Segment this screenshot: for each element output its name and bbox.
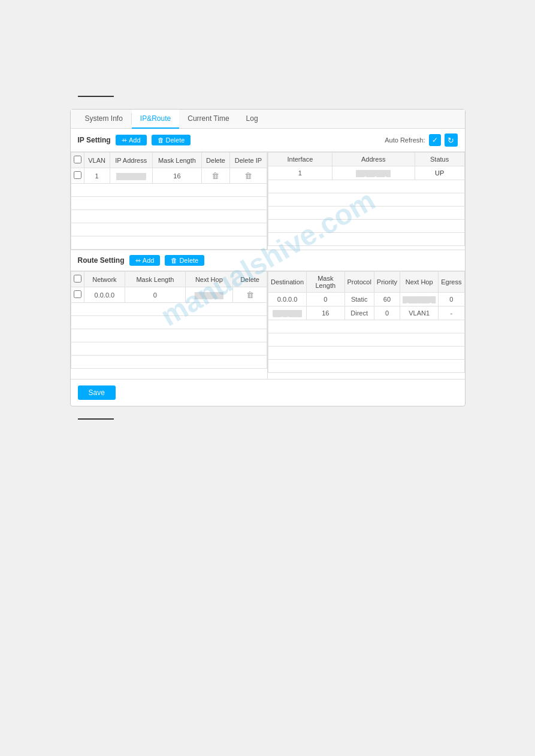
tab-ip-route[interactable]: IP&Route xyxy=(132,110,179,129)
ip-row1-checkbox[interactable] xyxy=(74,171,81,179)
auto-refresh-checkbox[interactable]: ✓ xyxy=(429,134,441,146)
route-right-empty-1 xyxy=(268,320,465,333)
ip-empty-row-4 xyxy=(71,223,267,236)
route-add-button[interactable]: + + Add xyxy=(129,255,161,266)
route-row1-network: 0.0.0.0 xyxy=(84,287,125,303)
ip-add-button[interactable]: + + Add xyxy=(116,135,147,145)
save-button[interactable]: Save xyxy=(78,385,116,400)
ip-empty-row-3 xyxy=(71,210,267,223)
tab-log[interactable]: Log xyxy=(238,110,267,129)
route-right-empty-3 xyxy=(268,347,465,360)
route-right-row2-priority: 0 xyxy=(374,306,400,320)
route-right-mask-header: Mask Length xyxy=(307,272,344,293)
ip-left-check-header xyxy=(71,153,84,168)
ip-empty-row-5 xyxy=(71,236,267,250)
auto-refresh-label: Auto Refresh: xyxy=(385,136,425,144)
delete-icon: 🗑 xyxy=(158,136,164,144)
route-right-row-1: 0.0.0.0 0 Static 60 █.█████.█ 0 xyxy=(268,293,465,306)
ip-row1-delete-ip[interactable]: 🗑 xyxy=(229,168,267,184)
ip-delete-ip-header: Delete IP xyxy=(229,153,267,168)
route-right-row1-dest: 0.0.0.0 xyxy=(268,293,307,306)
ip-right-empty-5 xyxy=(268,233,465,246)
route-right-row1-protocol: Static xyxy=(344,293,374,306)
tab-bar: System Info IP&Route Current Time Log xyxy=(71,110,465,129)
ip-row1-mask: 16 xyxy=(152,168,201,184)
route-empty-1 xyxy=(71,303,267,316)
route-network-header: Network xyxy=(84,272,125,287)
ip-setting-header: IP Setting + + Add 🗑 Delete Auto Refresh… xyxy=(71,129,465,151)
route-right-row1-priority: 60 xyxy=(374,293,400,306)
ip-left-table: VLAN IP Address Mask Length Delete Delet… xyxy=(71,152,268,250)
route-right-table-container: Destination Mask Length Protocol Priorit… xyxy=(268,271,465,379)
ip-delete-header: Delete xyxy=(202,153,230,168)
tab-system-info[interactable]: System Info xyxy=(77,110,131,129)
route-left-table: Network Mask Length Next Hop Delete xyxy=(71,271,268,369)
ip-row-1: 1 ███████ 16 🗑 🗑 xyxy=(71,168,267,184)
route-right-empty-2 xyxy=(268,333,465,347)
ip-row1-check xyxy=(71,168,84,184)
route-empty-4 xyxy=(71,342,267,356)
ip-vlan-header: VLAN xyxy=(84,153,110,168)
ip-right-empty-4 xyxy=(268,220,465,233)
route-left-check-header xyxy=(71,272,84,287)
route-empty-5 xyxy=(71,356,267,369)
route-right-table: Destination Mask Length Protocol Priorit… xyxy=(268,271,465,373)
route-right-row1-mask: 0 xyxy=(307,293,344,306)
route-right-dest-header: Destination xyxy=(268,272,307,293)
ip-row1-vlan: 1 xyxy=(84,168,110,184)
ip-row1-delete[interactable]: 🗑 xyxy=(202,168,230,184)
route-row1-mask: 0 xyxy=(125,287,185,303)
route-select-all-checkbox[interactable] xyxy=(74,275,81,283)
ip-right-table-container: Interface Address Status 1 ██.██.██.█ UP xyxy=(268,152,465,248)
route-row1-nexthop: ██ ██ ██ xyxy=(185,287,233,303)
route-delete-button[interactable]: 🗑 Delete xyxy=(165,255,204,266)
tab-current-time[interactable]: Current Time xyxy=(179,110,237,129)
auto-refresh-section: Auto Refresh: ✓ ↻ xyxy=(385,133,457,147)
route-setting-header: Route Setting + + Add 🗑 Delete xyxy=(71,250,465,271)
route-row1-delete-icon: 🗑 xyxy=(246,290,254,299)
route-right-protocol-header: Protocol xyxy=(344,272,374,293)
route-setting-label: Route Setting xyxy=(78,256,125,265)
save-section: Save xyxy=(71,379,465,406)
ip-right-empty-1 xyxy=(268,180,465,193)
route-right-row1-egress: 0 xyxy=(439,293,464,306)
ip-delete-button[interactable]: 🗑 Delete xyxy=(152,135,191,145)
ip-select-all-checkbox[interactable] xyxy=(74,156,81,163)
ip-right-panel: Interface Address Status 1 ██.██.██.█ UP xyxy=(268,152,465,250)
route-empty-3 xyxy=(71,329,267,342)
ip-row1-delete-icon: 🗑 xyxy=(211,171,219,180)
route-left-table-container: Network Mask Length Next Hop Delete xyxy=(71,271,268,379)
ip-empty-row-2 xyxy=(71,197,267,210)
main-panel: manualshive.com System Info IP&Route Cur… xyxy=(70,109,466,406)
ip-address-header: IP Address xyxy=(110,153,152,168)
ip-right-row-1: 1 ██.██.██.█ UP xyxy=(268,166,465,180)
route-row1-delete[interactable]: 🗑 xyxy=(233,287,267,303)
route-right-row2-mask: 16 xyxy=(307,306,344,320)
ip-empty-row-1 xyxy=(71,184,267,197)
ip-right-empty-3 xyxy=(268,207,465,220)
route-right-empty-4 xyxy=(268,360,465,373)
route-left-panel: Network Mask Length Next Hop Delete xyxy=(71,271,268,379)
ip-right-empty-2 xyxy=(268,193,465,207)
route-row1-check xyxy=(71,287,84,303)
ip-row1-deleteip-icon: 🗑 xyxy=(244,171,252,180)
route-right-panel: Destination Mask Length Protocol Priorit… xyxy=(268,271,465,379)
route-right-priority-header: Priority xyxy=(374,272,400,293)
route-row1-checkbox[interactable] xyxy=(74,290,81,298)
ip-right-status-header: Status xyxy=(415,153,464,166)
ip-left-table-container: VLAN IP Address Mask Length Delete Delet… xyxy=(71,152,268,250)
route-right-row2-nexthop: VLAN1 xyxy=(400,306,439,320)
route-delete-icon: 🗑 xyxy=(171,257,177,264)
bottom-decorative-line xyxy=(78,418,114,420)
ip-right-table: Interface Address Status 1 ██.██.██.█ UP xyxy=(268,152,465,246)
ip-right-address-header: Address xyxy=(332,153,415,166)
route-right-row2-dest: ██.█.███ xyxy=(268,306,307,320)
ip-right-interface-header: Interface xyxy=(268,153,333,166)
ip-setting-tables: VLAN IP Address Mask Length Delete Delet… xyxy=(71,151,465,250)
route-mask-header: Mask Length xyxy=(125,272,185,287)
refresh-button[interactable]: ↻ xyxy=(445,133,458,147)
ip-setting-label: IP Setting xyxy=(78,136,111,144)
route-row-1: 0.0.0.0 0 ██ ██ ██ 🗑 xyxy=(71,287,267,303)
route-nexthop-header: Next Hop xyxy=(185,272,233,287)
route-right-egress-header: Egress xyxy=(439,272,464,293)
